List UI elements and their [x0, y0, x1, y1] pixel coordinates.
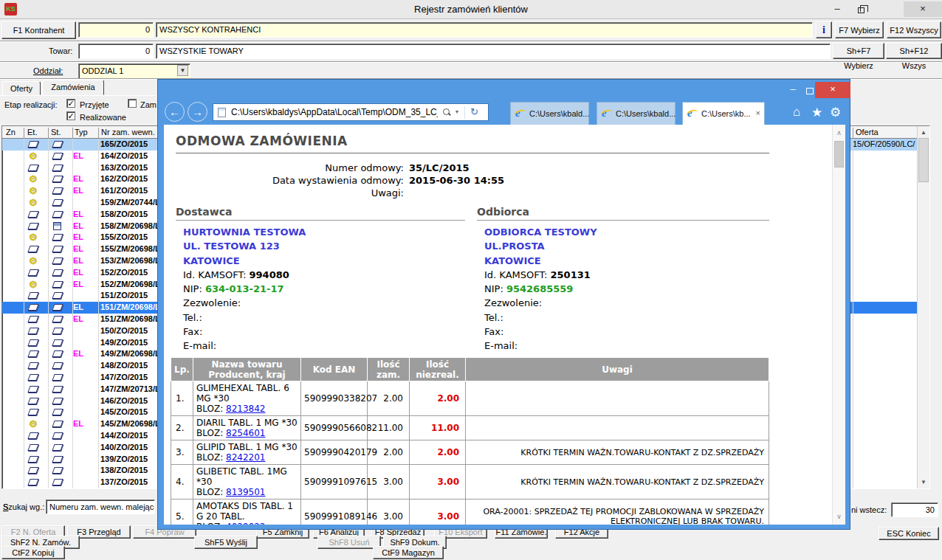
document-icon — [52, 479, 63, 485]
document-icon — [52, 467, 63, 474]
ie-close-button[interactable]: × — [815, 82, 850, 98]
address-bar[interactable]: C:\Users\kbaldys\AppData\Local\Temp\ODM_… — [213, 103, 489, 121]
ie-tab-2[interactable]: e C:\Users\kbald... — [597, 102, 675, 125]
bloz-link[interactable]: 8139501 — [226, 487, 265, 497]
document-icon — [52, 199, 63, 206]
ie-tab-label: C:\Users\kbald... — [616, 109, 678, 118]
shf12-wszys-button[interactable]: Sh+F12 Wszys — [886, 43, 942, 59]
item-lp: 1. — [171, 381, 193, 416]
document-icon — [52, 409, 63, 415]
gear-icon: ⚙ — [29, 232, 38, 243]
item-qty-unrealized: 3.00 — [410, 465, 466, 499]
ie-titlebar[interactable]: – × — [158, 80, 850, 100]
col-header-typ[interactable]: Typ — [75, 128, 88, 136]
items-col-header: Lp. — [171, 358, 193, 381]
document-icon — [52, 257, 63, 264]
col-header-et[interactable]: Et. — [27, 128, 37, 136]
item-qty-unrealized: 11.00 — [410, 416, 466, 440]
favorites-star-icon[interactable]: ★ — [811, 105, 822, 120]
document-icon — [52, 316, 63, 322]
document-icon — [27, 316, 38, 322]
bloz-link[interactable]: 8254601 — [226, 428, 265, 438]
document-icon — [52, 328, 63, 334]
col-header-st[interactable]: St. — [51, 128, 61, 136]
bookmark-icon — [53, 222, 61, 230]
document-icon — [27, 328, 38, 334]
item-remarks: ORA-20001: SPRZEDAŻ TEJ PROMOCJI ZABLOKO… — [466, 499, 769, 525]
f7-wybierz-button[interactable]: F7 Wybierz — [835, 21, 884, 38]
towar-name-field[interactable]: WSZYSTKIE TOWARY — [156, 44, 831, 59]
tab-close-icon[interactable]: × — [756, 108, 760, 117]
order-type: EL — [73, 243, 97, 255]
document-icon — [52, 362, 63, 369]
close-button[interactable]: × — [904, 1, 942, 17]
settings-gear-icon[interactable]: ⚙ — [830, 105, 841, 120]
ie-scrollbar[interactable]: ∧ ∨ — [832, 125, 845, 525]
ie-tab-label: C:\Users\kb... — [701, 109, 753, 118]
address-text[interactable]: C:\Users\kbaldys\AppData\Local\Temp\ODM_… — [231, 107, 438, 117]
order-type — [73, 372, 97, 384]
document-icon — [27, 246, 38, 252]
checkbox-realizowane[interactable]: ✓ — [66, 111, 75, 120]
ie-tab-3-active[interactable]: e C:\Users\kb... × — [682, 102, 765, 125]
document-icon — [52, 304, 63, 311]
order-type: EL — [73, 209, 97, 221]
scroll-down-icon[interactable]: ∨ — [833, 513, 845, 520]
ie-scrollbar-thumb[interactable] — [834, 141, 844, 167]
item-qty-unrealized: 2.00 — [410, 381, 466, 416]
scroll-up-icon[interactable]: ▲ — [918, 129, 929, 136]
document-icon — [52, 176, 63, 182]
ie-tab-1[interactable]: e C:\Users\kbald... — [510, 102, 589, 125]
function-button-esc-koniec[interactable]: ESC Koniec — [879, 527, 939, 540]
kontrahent-id-field[interactable]: 0 — [78, 22, 154, 38]
oddzial-select[interactable]: ODDZIAL 1 ▼ — [78, 63, 190, 79]
chevron-down-icon[interactable]: ▼ — [177, 65, 188, 76]
f1-kontrahent-button[interactable]: F1 Kontrahent — [1, 21, 76, 39]
item-remarks — [466, 381, 769, 416]
function-button-ctf2-kopiuj[interactable]: CtF2 Kopiuj — [1, 546, 65, 559]
checkbox-przyjete[interactable]: ✓ — [66, 99, 75, 108]
order-type — [73, 290, 97, 302]
tab-oferty[interactable]: Oferty — [2, 81, 41, 95]
chevron-down-icon[interactable]: ▾ — [455, 108, 458, 115]
item-name: AMOTAKS DIS TABL. 1 G 20 TABL.BLOZ: 4029… — [193, 499, 301, 525]
item-lp: 4. — [171, 465, 193, 499]
checkbox-zam[interactable] — [128, 99, 137, 108]
function-button-ctf9-magazyn[interactable]: CtF9 Magazyn — [373, 546, 444, 559]
col-header-zn[interactable]: Zn — [6, 128, 16, 136]
function-button-shf8-usu-[interactable]: ShF8 Usuń — [317, 536, 381, 549]
towar-id-field[interactable]: 0 — [78, 44, 154, 59]
document-title: ODMOWA ZAMÓWIENIA — [176, 134, 348, 148]
back-icon[interactable]: ← — [165, 102, 185, 122]
items-col-header: Ilośćzam. — [368, 358, 410, 381]
bloz-link[interactable]: 8213842 — [226, 404, 265, 414]
grid-scrollbar-thumb[interactable] — [918, 138, 929, 182]
order-type: EL — [73, 267, 97, 279]
scroll-up-icon[interactable]: ∧ — [833, 129, 845, 136]
search-icon[interactable] — [442, 108, 452, 117]
bloz-link[interactable]: 8242201 — [226, 452, 265, 463]
f12-wszyscy-button[interactable]: F12 Wszyscy — [887, 21, 941, 38]
scroll-down-icon[interactable]: ▼ — [918, 479, 929, 485]
shf7-wybierz-button[interactable]: Sh+F7 Wybierz — [833, 43, 884, 59]
ie-document-area: ODMOWA ZAMÓWIENIA Numer odmowy: 35/LC/20… — [164, 125, 845, 525]
grid-scrollbar[interactable]: ▲ ▼ — [917, 126, 929, 488]
order-type — [73, 442, 97, 454]
forward-icon[interactable]: → — [188, 102, 207, 122]
col-header-nr[interactable]: Nr zam. wewn. — [101, 128, 155, 136]
minimize-button[interactable]: – — [826, 1, 848, 17]
col-header-oferta[interactable]: Oferta — [856, 128, 879, 136]
function-button-shf5-wy-lij[interactable]: ShF5 Wyślij — [194, 536, 258, 549]
tab-zamowienia[interactable]: Zamówienia — [42, 80, 104, 95]
refresh-icon[interactable]: ↻ — [470, 106, 478, 117]
info-button[interactable]: i — [816, 21, 832, 38]
bloz-link[interactable]: 4029022 — [226, 522, 265, 525]
items-table: Lp.Nazwa towaruProducent, krajKod EANIlo… — [171, 357, 769, 525]
item-row: 3.GLIPID TABL. 1 MG *30BLOZ: 82422015909… — [171, 440, 769, 465]
search-input[interactable]: Numeru zam. wewn. malejąco — [46, 499, 155, 514]
dostawca-zezwolenie: Zezwolenie: — [183, 296, 464, 310]
home-icon[interactable]: ⌂ — [793, 105, 800, 120]
kontrahent-name-field[interactable]: WSZYSCY KONTRAHENCI — [156, 22, 813, 38]
dni-wstecz-input[interactable]: 30 — [891, 502, 938, 517]
restore-button[interactable] — [850, 1, 872, 17]
